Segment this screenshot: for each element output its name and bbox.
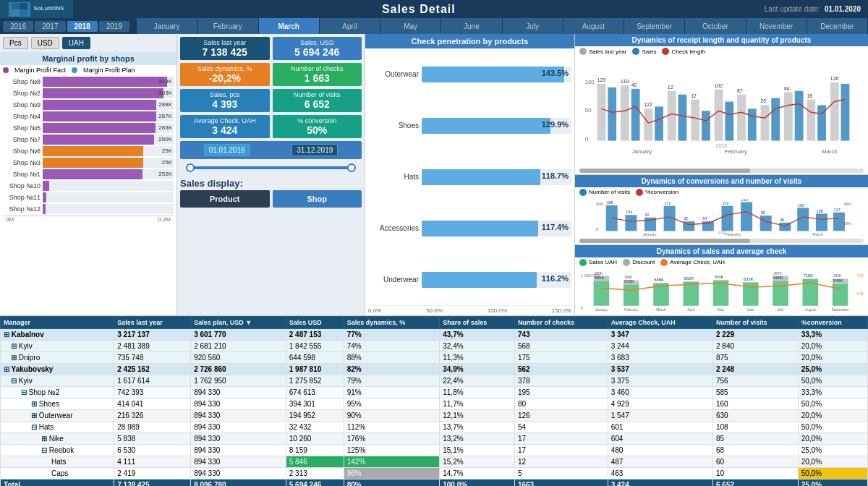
kpi-sales-usd: Sales, USD 5 694 246 <box>273 37 362 60</box>
sales-display-product[interactable]: Product <box>180 190 270 208</box>
expand-reebok[interactable]: ⊟ <box>41 446 47 454</box>
right-charts: Dynamics of receipt length and quantity … <box>575 34 868 315</box>
svg-text:0: 0 <box>596 226 599 231</box>
expand-shop2[interactable]: ⊟ <box>21 388 27 396</box>
svg-rect-8 <box>621 85 629 141</box>
unit-usd[interactable]: USD <box>31 37 59 49</box>
kpi-num-visits: Number of visits 6 652 <box>273 89 362 112</box>
month-tab-july[interactable]: July <box>503 18 563 34</box>
dynamics-sales-panel: Dynamics of sales and average check Sale… <box>575 245 868 315</box>
year-tab-2016[interactable]: 2016 <box>3 21 33 32</box>
th-share-sales[interactable]: Share of sales <box>440 317 515 329</box>
legend-color-sales-uah <box>579 259 587 266</box>
month-tab-april[interactable]: April <box>320 18 380 34</box>
month-tab-october[interactable]: October <box>685 18 746 34</box>
th-sales-usd[interactable]: Sales USD <box>286 317 344 329</box>
svg-text:718K: 718K <box>803 273 813 278</box>
th-pct-conversion[interactable]: %conversion <box>798 317 867 329</box>
month-tab-february[interactable]: February <box>197 18 258 34</box>
th-num-visits[interactable]: Number of visits <box>713 317 799 329</box>
month-tab-september[interactable]: September <box>624 18 685 34</box>
svg-text:632K: 632K <box>744 277 754 281</box>
unit-uah[interactable]: UAH <box>62 37 90 49</box>
page-title: Sales Detail <box>73 3 765 16</box>
svg-text:40%: 40% <box>843 201 851 205</box>
check-axis: 0.0% 50.0% 100.0% 150.0% <box>365 305 574 315</box>
date-slider[interactable] <box>180 162 362 174</box>
legend-label-discount: Discount <box>632 259 655 265</box>
date-end[interactable]: 31.12.2019 <box>292 144 338 156</box>
bar-shop8: Shop №8 313K <box>3 77 174 87</box>
month-tab-may[interactable]: May <box>380 18 441 34</box>
svg-text:165: 165 <box>798 202 804 207</box>
svg-text:3 250: 3 250 <box>856 292 864 296</box>
expand-outerwear[interactable]: ⊞ <box>31 412 37 419</box>
app-header: SoLutIONS Sales Detail Last update date:… <box>0 0 868 18</box>
svg-rect-80 <box>594 281 610 305</box>
svg-rect-56 <box>797 208 809 231</box>
sales-display-shop[interactable]: Shop <box>273 190 362 208</box>
svg-text:50: 50 <box>585 107 592 114</box>
svg-text:March: March <box>812 232 823 236</box>
unit-pcs[interactable]: Pcs <box>3 37 28 49</box>
logo-icon <box>9 2 30 17</box>
svg-text:165K: 165K <box>833 274 842 278</box>
th-manager[interactable]: Manager <box>1 317 114 329</box>
legend-label-sales: Sales <box>642 48 656 55</box>
sales-display-title: Sales display: <box>180 176 362 190</box>
svg-text:509K: 509K <box>624 279 634 284</box>
expand-kabalnov[interactable]: ⊞ <box>4 331 9 338</box>
chart-scrollbar-2[interactable] <box>579 239 864 243</box>
kpi-row-1: Sales last year 7 138 425 Sales, USD 5 6… <box>180 37 362 60</box>
year-tab-2017[interactable]: 2017 <box>35 21 65 32</box>
month-tab-march[interactable]: March <box>259 18 320 34</box>
month-tab-november[interactable]: November <box>746 18 807 34</box>
kpi-row-2: Sales dynamics, % -20,2% Number of check… <box>180 63 362 86</box>
th-avg-check[interactable]: Average Check, UAH <box>608 317 712 329</box>
svg-text:280K: 280K <box>595 271 603 275</box>
expand-yakubovsky[interactable]: ⊞ <box>4 365 9 373</box>
month-tab-august[interactable]: August <box>563 18 624 34</box>
chart-scrollbar-1[interactable] <box>579 169 864 173</box>
month-tab-january[interactable]: January <box>137 18 197 34</box>
expand-dnipro[interactable]: ⊞ <box>11 354 17 362</box>
data-table: Manager Sales last year Sales plan, USD … <box>0 316 868 486</box>
bar-axis: 0M 0.2M <box>3 216 174 223</box>
expand-kyiv1[interactable]: ⊞ <box>11 342 17 350</box>
svg-text:117: 117 <box>834 207 841 211</box>
check-shoes: Shoes 129.9% <box>368 118 571 134</box>
th-num-checks[interactable]: Number of checks <box>514 317 608 329</box>
th-sales-last-year[interactable]: Sales last year <box>114 317 191 329</box>
svg-text:January: January <box>643 232 657 236</box>
expand-hats[interactable]: ⊟ <box>31 423 37 431</box>
month-tab-june[interactable]: June <box>441 18 502 34</box>
legend-color-avg-check <box>660 259 668 266</box>
year-tab-2019[interactable]: 2019 <box>99 21 129 32</box>
svg-text:February: February <box>726 232 741 236</box>
table-row-hats: ⊟ Hats 28 989894 330 32 432112% 13,7%54 … <box>1 422 868 433</box>
expand-yak-kyiv[interactable]: ⊟ <box>11 377 17 385</box>
svg-rect-27 <box>841 84 850 141</box>
slider-fill <box>186 166 356 169</box>
legend-label-sales-uah: Sales UAH <box>589 259 617 265</box>
th-sales-plan[interactable]: Sales plan, USD ▼ <box>191 317 286 329</box>
date-start[interactable]: 01.01.2016 <box>204 144 250 156</box>
expand-nike[interactable]: ⊞ <box>41 435 47 443</box>
svg-text:210: 210 <box>741 199 748 202</box>
chart-scrollbar-thumb-1 <box>579 169 750 173</box>
svg-rect-52 <box>722 205 733 231</box>
slider-thumb-left[interactable] <box>186 163 195 172</box>
th-sales-dynamics[interactable]: Sales dynamics, % <box>344 317 440 329</box>
dynamics-conversions-legend: Number of visits %conversion <box>575 187 868 197</box>
dynamics-conversions-title: Dynamics of conversions and number of vi… <box>575 175 868 187</box>
bar-shop9: Shop №9 288K <box>3 100 174 110</box>
kpi-row-3: Sales, pcs 4 393 Number of visits 6 652 <box>180 89 362 112</box>
slider-thumb-right[interactable] <box>347 163 356 172</box>
legend-color-discount <box>623 259 630 266</box>
expand-shoes[interactable]: ⊞ <box>31 400 37 408</box>
year-tab-2018[interactable]: 2018 <box>67 21 98 32</box>
kpi-row-4: Average Check, UAH 3 424 % conversion 50… <box>180 115 362 138</box>
table-row-kabalnov: ⊞ Kabalnov 3 217 1373 601 770 2 487 1537… <box>1 329 868 341</box>
month-tab-december[interactable]: December <box>807 18 868 34</box>
svg-text:12: 12 <box>668 85 673 90</box>
